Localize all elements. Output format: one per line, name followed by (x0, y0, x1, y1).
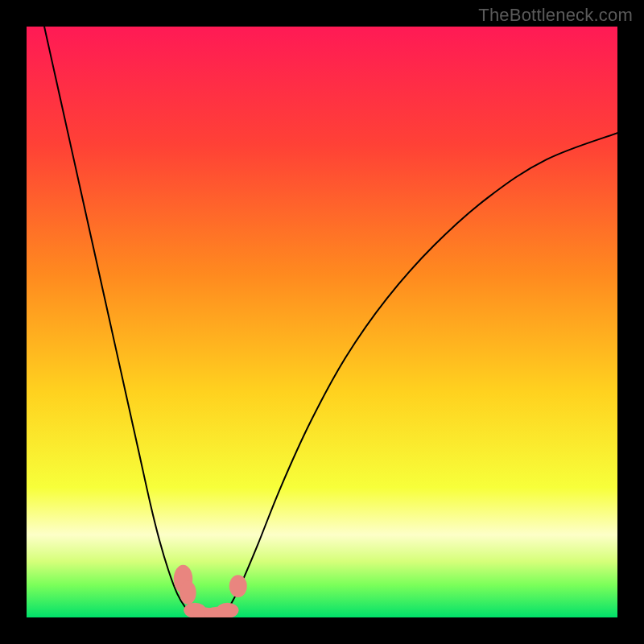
curve-marker (229, 575, 247, 597)
bottleneck-chart (0, 0, 644, 644)
chart-frame: TheBottleneck.com (0, 0, 644, 644)
curve-marker (217, 603, 239, 618)
curve-marker (180, 580, 196, 604)
gradient-background (27, 27, 617, 617)
watermark-text: TheBottleneck.com (478, 5, 633, 26)
